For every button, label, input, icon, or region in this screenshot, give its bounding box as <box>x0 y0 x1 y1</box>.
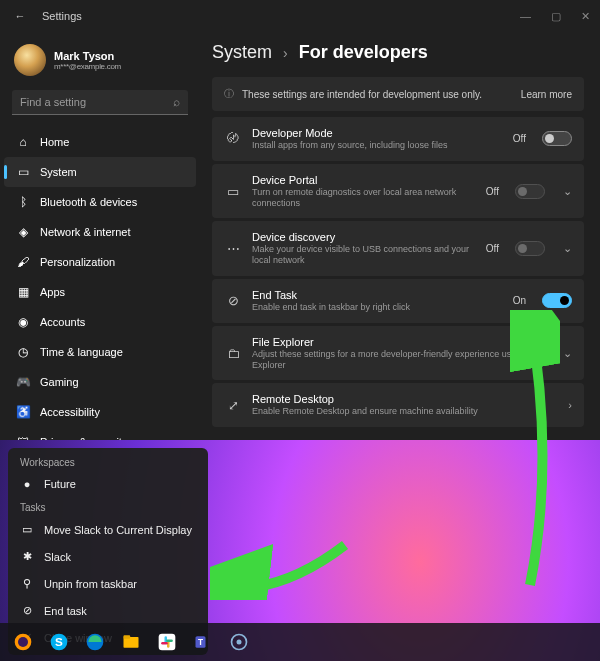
row-desc: Enable end task in taskbar by right clic… <box>252 302 503 313</box>
nav-label: Personalization <box>40 256 115 268</box>
nav-item-system[interactable]: ▭System <box>4 157 196 187</box>
content-pane: System › For developers ⓘ These settings… <box>200 32 600 440</box>
row-icon: ⊘ <box>224 293 242 308</box>
page-title: For developers <box>299 42 428 62</box>
row-title: File Explorer <box>252 336 545 348</box>
taskbar-settings[interactable] <box>222 627 256 657</box>
window-title: Settings <box>42 10 82 22</box>
search-box: ⌕ <box>12 90 188 115</box>
chevron-down-icon[interactable]: ⌄ <box>563 347 572 360</box>
row-title: Developer Mode <box>252 127 503 139</box>
svg-rect-10 <box>161 642 168 645</box>
context-workspace-item[interactable]: ● Future <box>8 471 208 497</box>
nav-item-time-language[interactable]: ◷Time & language <box>4 337 196 367</box>
nav-item-personalization[interactable]: 🖌Personalization <box>4 247 196 277</box>
nav-item-home[interactable]: ⌂Home <box>4 127 196 157</box>
context-icon: ▭ <box>20 523 34 536</box>
nav-icon: 🖌 <box>16 255 30 269</box>
nav-icon: ♿ <box>16 405 30 419</box>
nav-icon: ᛒ <box>16 195 30 209</box>
taskbar-teams[interactable]: T <box>186 627 220 657</box>
search-input[interactable] <box>12 90 188 115</box>
context-item-label: End task <box>44 605 87 617</box>
nav-item-gaming[interactable]: 🎮Gaming <box>4 367 196 397</box>
svg-point-1 <box>18 637 28 647</box>
context-item-unpin-from-taskbar[interactable]: ⚲Unpin from taskbar <box>8 570 208 597</box>
svg-rect-11 <box>166 640 173 643</box>
context-item-end-task[interactable]: ⊘End task <box>8 597 208 624</box>
nav-item-accessibility[interactable]: ♿Accessibility <box>4 397 196 427</box>
annotation-arrow-menu <box>210 540 350 600</box>
setting-row-developer-mode[interactable]: 〄Developer ModeInstall apps from any sou… <box>212 117 584 161</box>
svg-rect-9 <box>167 641 170 648</box>
row-desc: Adjust these settings for a more develop… <box>252 349 545 371</box>
nav-item-network-internet[interactable]: ◈Network & internet <box>4 217 196 247</box>
context-item-move-slack-to-current-display[interactable]: ▭Move Slack to Current Display <box>8 516 208 543</box>
learn-more-link[interactable]: Learn more <box>521 89 572 100</box>
nav-item-privacy-security[interactable]: 🛡Privacy & security <box>4 427 196 440</box>
svg-rect-6 <box>124 635 131 638</box>
taskbar-files[interactable] <box>114 627 148 657</box>
nav-label: Privacy & security <box>40 436 127 440</box>
info-banner: ⓘ These settings are intended for develo… <box>212 77 584 111</box>
row-icon: 🗀 <box>224 346 242 361</box>
profile[interactable]: Mark Tyson m***@example.com <box>4 40 196 90</box>
nav-label: Accounts <box>40 316 85 328</box>
chevron-down-icon[interactable]: ⌄ <box>563 242 572 255</box>
search-icon: ⌕ <box>173 95 180 109</box>
chevron-right-icon[interactable]: › <box>568 399 572 411</box>
nav-icon: ◷ <box>16 345 30 359</box>
chevron-down-icon[interactable]: ⌄ <box>563 185 572 198</box>
nav-icon: ▭ <box>16 165 30 179</box>
row-title: Remote Desktop <box>252 393 550 405</box>
nav-icon: ◉ <box>16 315 30 329</box>
taskbar-edge[interactable] <box>78 627 112 657</box>
banner-text: These settings are intended for developm… <box>242 89 482 100</box>
setting-row-end-task[interactable]: ⊘End TaskEnable end task in taskbar by r… <box>212 279 584 323</box>
context-workspaces-header: Workspaces <box>8 452 208 471</box>
minimize-button[interactable]: — <box>520 10 531 23</box>
nav-label: Bluetooth & devices <box>40 196 137 208</box>
nav-label: Time & language <box>40 346 123 358</box>
svg-rect-7 <box>159 634 176 651</box>
nav-icon: 🎮 <box>16 375 30 389</box>
nav-label: Network & internet <box>40 226 130 238</box>
row-desc: Make your device visible to USB connecti… <box>252 244 476 266</box>
row-title: End Task <box>252 289 503 301</box>
toggle-state: Off <box>513 133 526 144</box>
context-item-slack[interactable]: ✱Slack <box>8 543 208 570</box>
toggle-state: On <box>513 295 526 306</box>
window-controls: — ▢ ✕ <box>520 10 590 23</box>
toggle-switch[interactable] <box>542 293 572 308</box>
nav-item-accounts[interactable]: ◉Accounts <box>4 307 196 337</box>
setting-row-device-discovery[interactable]: ⋯Device discoveryMake your device visibl… <box>212 221 584 276</box>
nav-label: Apps <box>40 286 65 298</box>
back-button[interactable]: ← <box>10 10 30 22</box>
nav-label: Accessibility <box>40 406 100 418</box>
context-tasks-header: Tasks <box>8 497 208 516</box>
taskbar-firefox[interactable] <box>6 627 40 657</box>
setting-row-remote-desktop[interactable]: ⤢Remote DesktopEnable Remote Desktop and… <box>212 383 584 427</box>
context-icon: ✱ <box>20 550 34 563</box>
svg-text:S: S <box>55 635 63 648</box>
toggle-switch <box>515 241 545 256</box>
titlebar: ← Settings — ▢ ✕ <box>0 0 600 32</box>
setting-row-device-portal[interactable]: ▭Device PortalTurn on remote diagnostics… <box>212 164 584 219</box>
close-button[interactable]: ✕ <box>581 10 590 23</box>
toggle-switch[interactable] <box>542 131 572 146</box>
toggle-switch <box>515 184 545 199</box>
settings-window: ← Settings — ▢ ✕ Mark Tyson m***@example… <box>0 0 600 440</box>
row-title: Device Portal <box>252 174 476 186</box>
profile-email: m***@example.com <box>54 62 121 71</box>
setting-row-file-explorer[interactable]: 🗀File ExplorerAdjust these settings for … <box>212 326 584 381</box>
taskbar-slack[interactable] <box>150 627 184 657</box>
context-item-label: Move Slack to Current Display <box>44 524 192 536</box>
workspace-icon: ● <box>20 478 34 490</box>
nav-item-apps[interactable]: ▦Apps <box>4 277 196 307</box>
breadcrumb-parent[interactable]: System <box>212 42 272 62</box>
row-icon: ▭ <box>224 184 242 199</box>
avatar <box>14 44 46 76</box>
maximize-button[interactable]: ▢ <box>551 10 561 23</box>
taskbar-skype[interactable]: S <box>42 627 76 657</box>
nav-item-bluetooth-devices[interactable]: ᛒBluetooth & devices <box>4 187 196 217</box>
